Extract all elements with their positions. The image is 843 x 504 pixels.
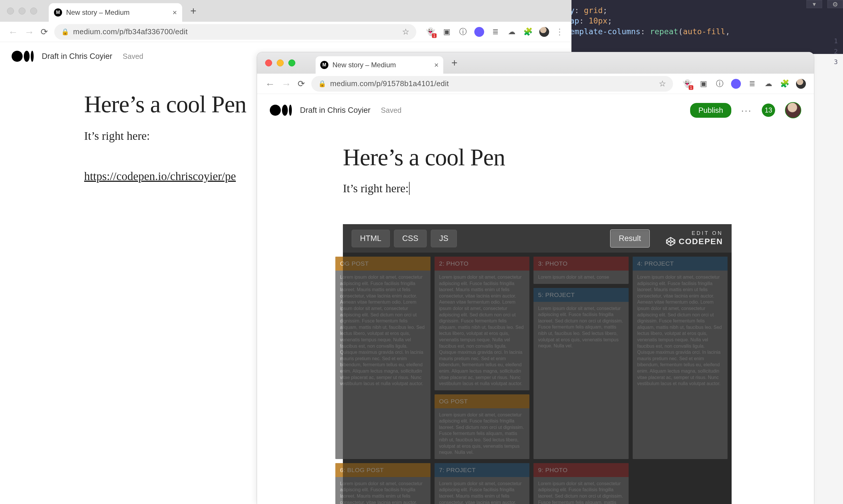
tab-close-icon[interactable]: × [434,60,438,70]
codepen-tab-js[interactable]: JS [431,230,457,247]
grid-card: 5: PROJECT Lorem ipsum dolor sit amet, c… [534,288,629,459]
extension-icon[interactable]: 👻1 [682,79,692,89]
lock-icon: 🔒 [318,80,326,88]
address-bar: ← → ⟳ 🔒 medium.com/p/91578b1a4101/edit ☆… [257,74,814,94]
codepen-embed: HTML CSS JS Result EDIT ON CODEPEN OG PO… [343,224,732,504]
forward-arrow-icon[interactable]: → [24,27,34,37]
url-text: medium.com/p/91578b1a4101/edit [330,79,655,88]
traffic-zoom-icon[interactable] [30,7,37,15]
codepen-result-pane: OG POST Lorem ipsum dolor sit amet, cons… [343,253,732,504]
card-body: Lorem ipsum dolor sit amet, consectetur … [534,302,629,459]
site-info-icon[interactable]: ⓘ [715,79,725,89]
extension-icon[interactable] [731,79,741,89]
new-tab-button[interactable]: + [451,57,458,69]
draft-label: Draft in Chris Coyier [300,106,371,115]
extension-icon[interactable]: ≣ [747,79,757,89]
extension-icon[interactable] [474,27,484,37]
extensions-menu-icon[interactable]: 🧩 [523,27,533,37]
user-avatar-icon[interactable] [785,102,801,118]
code-editor-peek: ▾ ⚙ y: y: grid;grid; ap: 10px; emplate-c… [561,0,843,54]
browser-tab[interactable]: M New story – Medium × [49,3,182,22]
editor-toolbar-icon[interactable]: ▾ [806,0,822,8]
card-header: 4: PROJECT [633,257,728,271]
traffic-close-icon[interactable] [265,59,272,67]
extension-icon[interactable]: ☁ [764,79,773,89]
back-arrow-icon[interactable]: ← [265,79,275,89]
card-body: Lorem ipsum dolor sit amet, consectetur … [434,477,530,504]
card-header: 3: PHOTO [534,257,629,271]
extension-icon[interactable]: ☁ [507,27,517,37]
extension-icon[interactable]: ≣ [490,27,500,37]
codepen-tab-html[interactable]: HTML [352,230,390,247]
card-body: Lorem ipsum dolor sit amet, consectetur … [534,477,629,504]
editor-gear-icon[interactable]: ⚙ [827,0,843,8]
profile-avatar-icon[interactable] [796,79,806,89]
card-header: OG POST [335,257,430,271]
draft-label: Draft in Chris Coyier [42,52,112,61]
card-header: 2: PHOTO [434,257,530,271]
text-caret [409,182,410,195]
extension-icon[interactable]: ▣ [442,27,452,37]
medium-favicon-icon: M [320,61,328,69]
bookmark-star-icon[interactable]: ☆ [402,27,409,37]
url-field[interactable]: 🔒 medium.com/p/fb34af336700/edit ☆ [54,24,416,40]
extensions-strip: 👻1 ▣ ⓘ ≣ ☁ 🧩 [682,79,806,89]
chrome-window-front: M New story – Medium × + ← → ⟳ 🔒 medium.… [257,52,814,504]
grid-card: OG POST Lorem ipsum dolor sit amet, cons… [335,257,430,459]
grid-card: 4: PROJECT Lorem ipsum dolor sit amet, c… [633,257,728,459]
traffic-minimize-icon[interactable] [19,7,25,15]
reload-icon[interactable]: ⟳ [298,78,305,89]
traffic-zoom-icon[interactable] [288,59,295,67]
codepen-edit-on-link[interactable]: EDIT ON CODEPEN [665,230,723,247]
codepen-tab-css[interactable]: CSS [394,230,427,247]
forward-arrow-icon[interactable]: → [281,79,291,89]
story-link[interactable]: https://codepen.io/chriscoyier/pe [84,169,236,183]
more-menu-icon[interactable]: ··· [741,105,752,116]
code-line: y: y: grid;grid; [570,5,834,16]
grid-card: 2: PHOTO Lorem ipsum dolor sit amet, con… [434,257,530,390]
card-header: 5: PROJECT [534,288,629,302]
card-header: 7: PROJECT [434,463,530,477]
medium-header: Draft in Chris Coyier Saved Publish ··· … [257,94,814,126]
publish-button[interactable]: Publish [690,103,731,118]
address-bar: ← → ⟳ 🔒 medium.com/p/fb34af336700/edit ☆… [0,22,571,42]
card-body: Lorem ipsum dolor sit amet, consectetur … [335,477,430,504]
site-info-icon[interactable]: ⓘ [458,27,468,37]
browser-tab[interactable]: M New story – Medium × [316,56,443,74]
codepen-toolbar: HTML CSS JS Result EDIT ON CODEPEN [343,224,732,253]
story-editor[interactable]: Here’s a cool Pen It’s right here: HTML … [257,126,814,504]
line-numbers: 1 2 3 [834,37,838,68]
bookmark-star-icon[interactable]: ☆ [659,79,666,88]
traffic-close-icon[interactable] [7,7,14,15]
card-body: Lorem ipsum dolor sit amet, consectetur … [633,271,728,459]
extension-icon[interactable]: 👻1 [426,27,435,37]
title-bar: M New story – Medium × + [257,52,814,74]
new-tab-button[interactable]: + [190,5,196,17]
card-body: Lorem ipsum dolor sit amet, consectetur … [434,271,530,390]
story-title[interactable]: Here’s a cool Pen [343,144,814,171]
traffic-minimize-icon[interactable] [277,59,284,67]
url-field[interactable]: 🔒 medium.com/p/91578b1a4101/edit ☆ [311,76,673,92]
codepen-tab-result[interactable]: Result [610,229,650,248]
profile-avatar-icon[interactable] [539,27,549,37]
card-header: OG POST [434,394,530,408]
chrome-menu-icon[interactable]: ⋮ [556,27,563,37]
grid-card: 7: PROJECT Lorem ipsum dolor sit amet, c… [434,463,530,504]
reload-icon[interactable]: ⟳ [41,27,48,37]
tab-title: New story – Medium [333,61,430,69]
medium-logo-icon[interactable] [12,51,34,62]
back-arrow-icon[interactable]: ← [8,27,18,37]
notifications-badge[interactable]: 13 [762,104,775,117]
tab-close-icon[interactable]: × [173,8,177,17]
extensions-menu-icon[interactable]: 🧩 [780,79,790,89]
card-body: Lorem ipsum dolor sit amet, conse [534,271,629,284]
medium-favicon-icon: M [54,8,62,17]
url-text: medium.com/p/fb34af336700/edit [73,27,398,36]
extension-icon[interactable]: ▣ [699,79,709,89]
medium-logo-icon[interactable] [270,105,292,116]
grid-card: OG POST Lorem ipsum dolor sit amet, cons… [434,394,530,459]
saved-label: Saved [381,106,401,114]
title-bar: M New story – Medium × + [0,0,571,22]
story-paragraph[interactable]: It’s right here: [343,182,814,195]
tab-title: New story – Medium [66,8,168,17]
